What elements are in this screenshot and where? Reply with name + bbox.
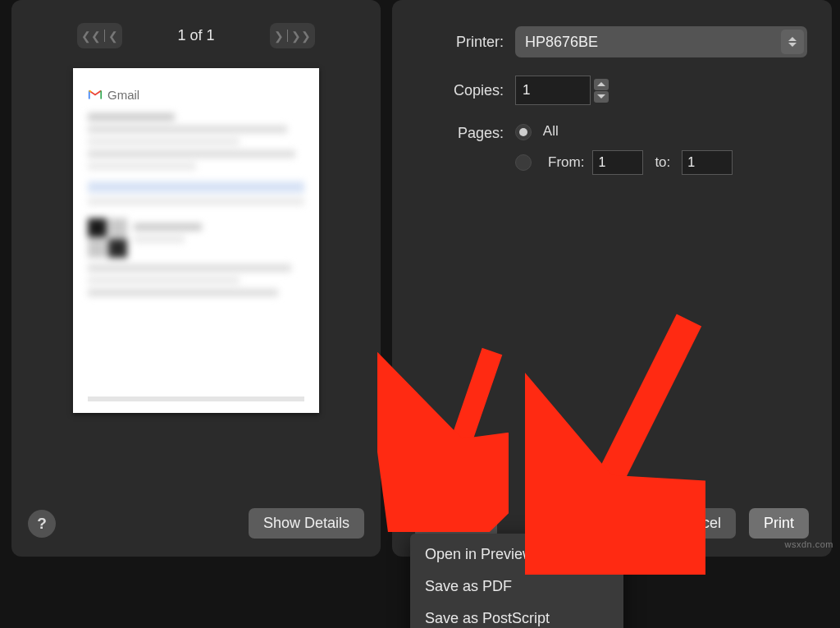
- pages-all-option[interactable]: All: [515, 123, 733, 140]
- pages-to-input[interactable]: [682, 150, 733, 175]
- chevron-left-icon: ❮: [108, 30, 118, 43]
- gmail-label: Gmail: [107, 88, 139, 102]
- chevron-up-icon: [597, 82, 605, 86]
- copies-stepper[interactable]: [594, 76, 610, 105]
- chevron-down-icon: [597, 94, 605, 99]
- gmail-icon: [88, 89, 103, 100]
- chevron-right-icon: ❯: [274, 30, 284, 43]
- copies-label: Copies:: [400, 82, 515, 99]
- pages-range-option[interactable]: From: to:: [515, 150, 733, 175]
- chevron-left-icon: ❮❮: [81, 30, 101, 43]
- printer-label: Printer:: [400, 34, 515, 51]
- menu-save-postscript[interactable]: Save as PostScript: [410, 603, 623, 628]
- print-button[interactable]: Print: [749, 508, 809, 539]
- page-nav: ❮❮ ❮ 1 of 1 ❯ ❯❯: [11, 0, 381, 57]
- print-options-panel: Printer: HP8676BE Copies: Pages: All: [392, 0, 832, 557]
- chevron-down-icon: [464, 514, 482, 532]
- updown-icon: [781, 30, 804, 54]
- watermark: wsxdn.com: [784, 539, 833, 549]
- radio-icon: [515, 124, 532, 140]
- help-button[interactable]: ?: [28, 510, 56, 538]
- cancel-button[interactable]: Cancel: [660, 508, 736, 539]
- menu-save-pdf[interactable]: Save as PDF: [410, 571, 623, 603]
- blurred-content: [88, 113, 304, 296]
- menu-open-preview[interactable]: Open in Preview: [410, 539, 623, 571]
- page-preview: Gmail: [73, 68, 319, 413]
- pages-label: Pages:: [400, 123, 515, 142]
- copies-input[interactable]: [515, 76, 591, 105]
- pdf-menu: Open in Preview Save as PDF Save as Post…: [410, 534, 623, 628]
- next-page-button[interactable]: ❯ ❯❯: [270, 23, 315, 48]
- show-details-button[interactable]: Show Details: [249, 508, 364, 539]
- chevron-right-icon: ❯❯: [291, 30, 311, 43]
- help-icon: ?: [37, 515, 47, 533]
- printer-select[interactable]: HP8676BE: [515, 26, 807, 57]
- radio-icon: [515, 154, 532, 171]
- prev-page-button[interactable]: ❮❮ ❮: [77, 23, 122, 48]
- preview-panel: ❮❮ ❮ 1 of 1 ❯ ❯❯ Gmail: [11, 0, 381, 557]
- page-indicator: 1 of 1: [147, 27, 245, 44]
- pages-from-input[interactable]: [592, 150, 643, 175]
